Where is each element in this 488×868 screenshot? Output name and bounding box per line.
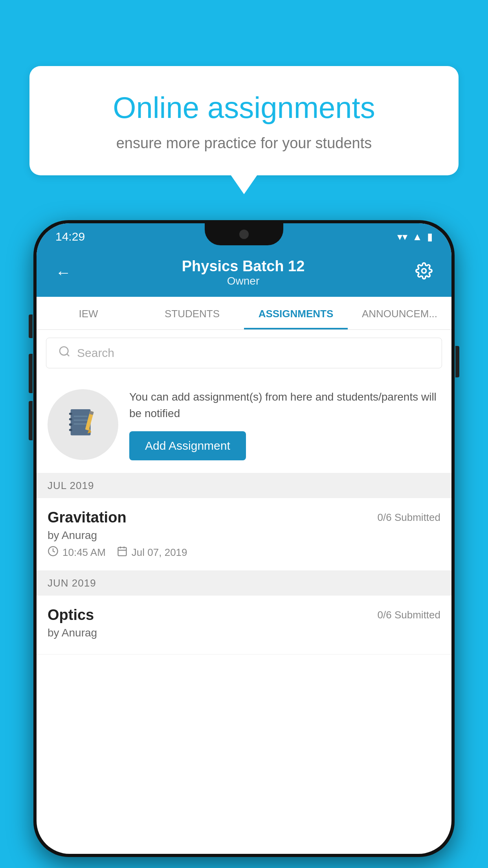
search-container: Search [37, 330, 451, 376]
power-button[interactable] [455, 346, 459, 377]
bubble-subtitle: ensure more practice for your students [61, 135, 427, 152]
assignment-date: Jul 07, 2019 [117, 546, 187, 559]
assignment-date-value: Jul 07, 2019 [132, 546, 187, 559]
tab-announcements[interactable]: ANNOUNCEM... [348, 297, 451, 329]
assignment-item-gravitation[interactable]: Gravitation 0/6 Submitted by Anurag 10:4… [37, 498, 451, 571]
section-header-jun: JUN 2019 [37, 571, 451, 596]
volume-up-button[interactable] [29, 354, 33, 393]
settings-button[interactable] [415, 262, 433, 283]
calendar-icon [117, 546, 128, 559]
assignment-row1-optics: Optics 0/6 Submitted [48, 607, 440, 623]
promo-icon-circle [48, 389, 118, 460]
svg-line-2 [67, 354, 69, 356]
phone-notch [205, 223, 283, 245]
header-title: Physics Batch 12 [182, 258, 305, 275]
assignment-meta-gravitation: 10:45 AM Jul 07, 2019 [48, 546, 440, 559]
svg-rect-6 [69, 423, 72, 426]
svg-point-1 [60, 347, 68, 355]
svg-rect-15 [118, 548, 126, 556]
signal-icon: ▲ [412, 231, 422, 243]
promo-section: You can add assignment(s) from here and … [37, 376, 451, 473]
status-time: 14:29 [55, 230, 85, 243]
search-bar[interactable]: Search [46, 338, 442, 368]
assignment-name-gravitation: Gravitation [48, 509, 127, 526]
tab-assignments[interactable]: ASSIGNMENTS [244, 297, 348, 329]
promo-content: You can add assignment(s) from here and … [129, 389, 440, 460]
bubble-title: Online assignments [61, 90, 427, 125]
battery-icon: ▮ [427, 231, 433, 243]
svg-rect-8 [74, 416, 88, 417]
assignment-by-optics: by Anurag [48, 627, 440, 639]
tabs-bar: IEW STUDENTS ASSIGNMENTS ANNOUNCEM... [37, 297, 451, 330]
phone-screen: 14:29 ▾▾ ▲ ▮ ← Physics Batch 12 Owner [37, 223, 451, 854]
assignment-time-value: 10:45 AM [62, 546, 106, 559]
assignment-name-optics: Optics [48, 607, 94, 623]
assignment-by-gravitation: by Anurag [48, 529, 440, 542]
svg-rect-4 [69, 413, 72, 415]
status-icons: ▾▾ ▲ ▮ [397, 231, 433, 243]
mute-button[interactable] [29, 314, 33, 338]
assignment-time: 10:45 AM [48, 546, 106, 559]
section-header-jul: JUL 2019 [37, 473, 451, 498]
header-subtitle: Owner [182, 275, 305, 287]
notebook-icon [67, 407, 99, 442]
assignment-item-optics[interactable]: Optics 0/6 Submitted by Anurag [37, 596, 451, 655]
svg-rect-7 [69, 429, 72, 431]
promo-description: You can add assignment(s) from here and … [129, 389, 440, 422]
svg-point-0 [422, 269, 426, 273]
svg-rect-9 [74, 419, 88, 421]
wifi-icon: ▾▾ [397, 231, 407, 243]
svg-rect-10 [74, 423, 88, 425]
promo-card: Online assignments ensure more practice … [29, 66, 459, 175]
header-center: Physics Batch 12 Owner [182, 258, 305, 287]
assignment-submitted-gravitation: 0/6 Submitted [378, 511, 440, 524]
search-icon [58, 345, 71, 361]
phone-frame: 14:29 ▾▾ ▲ ▮ ← Physics Batch 12 Owner [33, 220, 455, 857]
tab-iew[interactable]: IEW [37, 297, 140, 329]
speech-bubble: Online assignments ensure more practice … [29, 66, 459, 175]
add-assignment-button[interactable]: Add Assignment [129, 431, 246, 460]
app-header: ← Physics Batch 12 Owner [37, 250, 451, 297]
clock-icon [48, 546, 59, 559]
volume-down-button[interactable] [29, 401, 33, 440]
assignment-submitted-optics: 0/6 Submitted [378, 609, 440, 621]
tab-students[interactable]: STUDENTS [140, 297, 244, 329]
assignment-row1: Gravitation 0/6 Submitted [48, 509, 440, 526]
back-button[interactable]: ← [55, 264, 71, 281]
search-placeholder: Search [77, 346, 114, 360]
front-camera [239, 230, 249, 239]
svg-rect-5 [69, 418, 72, 420]
